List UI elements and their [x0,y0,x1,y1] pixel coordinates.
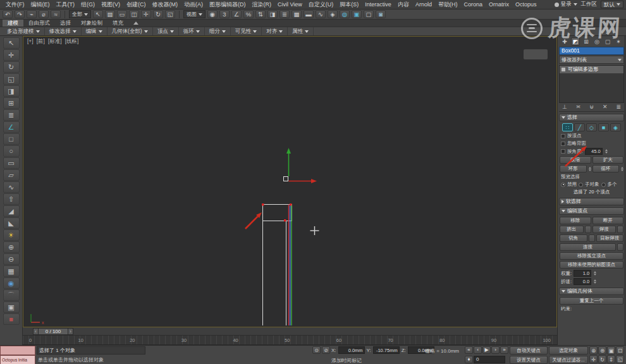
menu-item[interactable]: Civil View [274,0,305,9]
previous-frame-arrow-icon[interactable]: ‹ [33,328,39,335]
previous-frame-icon[interactable]: ‹ [474,346,482,354]
reference-coordinate-select[interactable]: 视图 [183,10,206,18]
border-mode-icon[interactable]: ◇ [586,123,597,131]
pan-icon[interactable]: ✛ [589,355,598,363]
menu-item[interactable]: 修改器(M) [149,0,181,9]
display-tab-icon[interactable]: ▢ [603,37,612,46]
viewport-view-button[interactable]: [前] [37,38,45,46]
ring-spinner-icon[interactable] [589,167,591,171]
connect-button[interactable]: 连接 [560,243,616,251]
ribbon-panel-button[interactable]: 几何体(全部) [107,27,153,35]
mirror-tool-icon[interactable]: ◨ [3,85,20,97]
play-animation-icon[interactable]: ▶ [482,346,491,354]
plane-primitive-icon[interactable]: ▱ [3,169,20,181]
ribbon-tab[interactable]: 建模 [3,20,23,27]
ribbon-panel-button[interactable]: 顶点 [153,27,179,35]
maxscript-listener-field[interactable]: Octopus Initia [0,355,35,364]
vertex-mode-icon[interactable]: ∷ [562,123,573,131]
render-tool-icon[interactable]: ■ [3,313,20,325]
selected-filter-button[interactable]: 选定对象 [549,346,588,355]
connect-settings-icon[interactable] [617,243,623,251]
ribbon-panel-button[interactable]: 对齐 [262,27,288,35]
macro-recorder-field[interactable] [0,346,35,355]
ignore-backfacing-checkbox[interactable] [561,142,565,146]
menu-item[interactable]: Octopus [512,0,540,9]
utilities-tab-icon[interactable]: ✶ [614,37,623,46]
align-tool-icon[interactable]: ≣ [3,109,20,121]
viewport-front[interactable]: [+] [前] [标准] [线框] [23,36,557,327]
menu-item[interactable]: Arnold [412,0,435,9]
snaps-toggle-icon[interactable]: 3 [219,10,230,18]
ribbon-panel-button[interactable]: 可见性 [231,27,262,35]
target-weld-button[interactable]: 目标焊接 [596,234,624,242]
isolate-selection-toggle-icon[interactable]: ⊙ [312,346,321,354]
modifier-list-dropdown[interactable]: 修改器列表 [559,56,624,64]
menu-item[interactable]: 动画(A) [181,0,206,9]
rollout-selection-header[interactable]: 选择 [559,114,624,121]
move-tool-icon[interactable]: ✛ [3,49,20,61]
percent-snap-icon[interactable]: % [243,10,254,18]
ribbon-panel-button[interactable]: 属性 [288,27,314,35]
spline-tool-icon[interactable]: ∿ [3,181,20,193]
rollout-soft-selection-header[interactable]: 软选择 [559,198,624,205]
zoom-all-icon[interactable]: ⊛ [598,346,606,355]
next-frame-icon[interactable]: › [491,346,500,354]
object-name-field[interactable]: Box001 [559,47,624,55]
remove-button[interactable]: 移除 [560,217,591,224]
snap-tool-icon[interactable]: ∠ [3,121,20,133]
curve-editor-icon[interactable]: ∿ [316,10,326,18]
element-mode-icon[interactable]: ◈ [610,123,621,131]
ribbon-toggle-icon[interactable]: ▬ [304,10,314,18]
weld-tool-icon[interactable]: ⊕ [3,241,20,253]
weld-settings-icon[interactable] [617,226,623,233]
selection-region-icon[interactable]: ▭ [117,10,127,18]
ribbon-panel-button[interactable]: 细分 [205,27,231,35]
selected-vertex[interactable] [262,203,264,206]
mirror-icon[interactable]: ◨ [267,10,278,18]
rotate-tool-icon[interactable]: ↻ [3,61,20,73]
modify-tab-icon[interactable]: ◩ [571,37,580,46]
menu-item[interactable]: 创建(C) [123,0,149,9]
polygon-mode-icon[interactable]: ■ [598,123,609,131]
bridge-tool-icon[interactable]: ⌒ [3,289,20,301]
ribbon-tab[interactable]: 自由形式 [23,20,55,27]
by-vertex-checkbox[interactable] [561,134,565,138]
next-frame-arrow-icon[interactable]: › [68,328,73,335]
menu-item[interactable]: Interactive [362,0,395,9]
chamfer-tool-icon[interactable]: ◣ [3,217,20,229]
motion-tab-icon[interactable]: ◎ [592,37,601,46]
edge-mode-icon[interactable]: ╱ [574,123,585,131]
menu-item[interactable]: Ornatrix [486,0,512,9]
material-tool-icon[interactable]: ◉ [3,277,20,289]
ribbon-tab[interactable]: 填充 [107,20,128,27]
spinner-snap-icon[interactable]: ⇅ [255,10,266,18]
break-button[interactable]: 断开 [592,217,624,224]
make-unique-icon[interactable]: ⊎ [589,104,594,110]
hierarchy-tab-icon[interactable]: ⊞ [582,37,591,46]
editable-poly-shape[interactable] [262,203,292,325]
light-tool-icon[interactable]: ☀ [3,229,20,241]
preview-subobject-radio[interactable] [579,183,583,187]
by-angle-checkbox[interactable] [561,149,565,154]
preview-multi-radio[interactable] [601,183,606,187]
go-to-start-icon[interactable]: « [465,346,473,354]
schematic-view-icon[interactable]: ◈ [328,10,338,18]
align-icon[interactable]: ≣ [279,10,290,18]
use-pivot-center-icon[interactable]: ◉ [207,10,218,18]
select-and-move-icon[interactable]: ✛ [141,10,151,18]
menu-item[interactable]: 组(G) [78,0,98,9]
modifier-stack[interactable]: 可编辑多边形 [559,65,624,103]
menu-item[interactable]: 内容 [395,0,412,9]
ribbon-tab[interactable]: 对象绘制 [76,20,107,27]
render-setup-icon[interactable]: ▣ [352,10,362,18]
scale-tool-icon[interactable]: ◱ [3,73,20,85]
redo-icon[interactable]: ↷ [15,10,25,18]
zoom-icon[interactable]: ⊕ [589,346,598,355]
cylinder-primitive-icon[interactable]: ▭ [3,157,20,169]
undo-icon[interactable]: ↶ [3,10,13,18]
menu-item[interactable]: 脚本(S) [336,0,362,9]
go-to-end-icon[interactable]: » [500,346,508,354]
auto-key-button[interactable]: 自动关键点 [510,346,548,355]
add-time-tag-button[interactable]: 添加时间标记 [331,357,362,364]
show-end-result-icon[interactable]: ≍ [576,104,581,110]
